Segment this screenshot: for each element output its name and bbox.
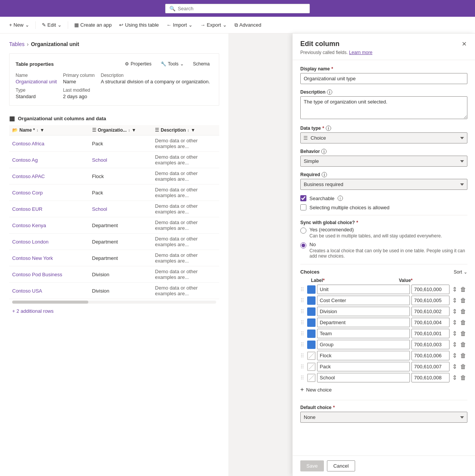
drag-handle-icon[interactable]: ⠿ <box>300 364 306 370</box>
choice-value-input[interactable] <box>411 329 449 338</box>
choice-reorder-button[interactable]: ⇕ <box>451 296 458 305</box>
new-choice-button[interactable]: + New choice <box>300 384 332 395</box>
tools-button[interactable]: 🔧 Tools ⌄ <box>158 60 187 68</box>
org-sort-icon[interactable]: ↕ <box>128 128 130 132</box>
properties-button[interactable]: ⚙ Properties <box>122 60 155 68</box>
cell-name[interactable]: Contoso Pod Business <box>9 266 89 283</box>
choice-reorder-button[interactable]: ⇕ <box>451 318 458 327</box>
choice-delete-button[interactable]: 🗑 <box>459 329 467 338</box>
choice-label-input[interactable] <box>317 351 410 360</box>
choice-value-input[interactable] <box>411 340 449 349</box>
choice-delete-button[interactable]: 🗑 <box>459 307 467 316</box>
searchable-info-icon[interactable]: i <box>338 196 343 201</box>
choice-reorder-button[interactable]: ⇕ <box>451 285 458 294</box>
choice-color-button[interactable] <box>307 285 316 294</box>
choice-color-button[interactable] <box>307 352 316 360</box>
search-box[interactable]: 🔍 <box>165 4 310 13</box>
cell-name[interactable]: Contoso Kenya <box>9 217 89 234</box>
desc-sort-icon[interactable]: ↕ <box>187 128 189 132</box>
using-table-button[interactable]: ↩ Using this table <box>116 20 162 30</box>
horizontal-scrollbar[interactable] <box>9 299 219 305</box>
col-desc-header[interactable]: ☰ Description ↕ ▼ <box>152 125 219 135</box>
new-button[interactable]: + New ⌄ <box>6 20 32 30</box>
data-type-select[interactable]: Choice <box>300 132 467 143</box>
choice-delete-button[interactable]: 🗑 <box>459 285 467 294</box>
choice-delete-button[interactable]: 🗑 <box>459 362 467 371</box>
learn-more-link[interactable]: Learn more <box>349 50 372 55</box>
choice-delete-button[interactable]: 🗑 <box>459 373 467 382</box>
choice-reorder-button[interactable]: ⇕ <box>451 351 458 360</box>
name-sort-icon[interactable]: ↕ <box>37 128 38 132</box>
choice-delete-button[interactable]: 🗑 <box>459 318 467 327</box>
required-select[interactable]: Business required <box>300 179 467 190</box>
drag-handle-icon[interactable]: ⠿ <box>300 375 306 381</box>
choice-delete-button[interactable]: 🗑 <box>459 296 467 305</box>
choice-value-input[interactable] <box>411 285 449 294</box>
yes-radio[interactable] <box>300 228 306 234</box>
searchable-checkbox[interactable] <box>300 195 306 201</box>
name-filter-icon[interactable]: ▼ <box>40 127 45 133</box>
drag-handle-icon[interactable]: ⠿ <box>300 309 306 315</box>
create-app-button[interactable]: ▦ Create an app <box>71 20 115 30</box>
edit-button[interactable]: ✎ Edit ⌄ <box>39 20 65 30</box>
choice-reorder-button[interactable]: ⇕ <box>451 373 458 382</box>
sort-button[interactable]: Sort ⌄ <box>454 269 467 275</box>
props-name-value[interactable]: Organizational unit <box>16 79 57 84</box>
cell-name[interactable]: Contoso EUR <box>9 201 89 217</box>
choice-label-input[interactable] <box>317 373 410 382</box>
choice-label-input[interactable] <box>317 340 410 349</box>
choice-color-button[interactable] <box>307 318 316 327</box>
cancel-button[interactable]: Cancel <box>327 460 355 471</box>
drag-handle-icon[interactable]: ⠿ <box>300 342 306 348</box>
drag-handle-icon[interactable]: ⠿ <box>300 298 306 304</box>
default-choice-select[interactable]: None <box>300 412 467 423</box>
drag-handle-icon[interactable]: ⠿ <box>300 287 306 293</box>
behavior-info-icon[interactable]: i <box>321 149 327 154</box>
choice-reorder-button[interactable]: ⇕ <box>451 362 458 371</box>
choice-color-button[interactable] <box>307 374 316 382</box>
org-filter-icon[interactable]: ▼ <box>132 127 136 133</box>
choice-value-input[interactable] <box>411 296 449 305</box>
schema-button[interactable]: Schema <box>190 60 213 68</box>
no-radio[interactable] <box>300 242 306 248</box>
choice-color-button[interactable] <box>307 330 316 338</box>
choice-reorder-button[interactable]: ⇕ <box>451 340 458 349</box>
cell-org-type[interactable]: School <box>89 152 152 168</box>
choice-label-input[interactable] <box>317 329 410 338</box>
description-textarea[interactable]: The type of organization unit selected. <box>300 96 467 119</box>
choice-reorder-button[interactable]: ⇕ <box>451 329 458 338</box>
cell-name[interactable]: Contoso London <box>9 234 89 250</box>
data-type-info-icon[interactable]: i <box>326 126 331 131</box>
desc-filter-icon[interactable]: ▼ <box>191 127 195 133</box>
drag-handle-icon[interactable]: ⠿ <box>300 353 306 359</box>
multiple-choices-label[interactable]: Selecting multiple choices is allowed <box>309 205 389 210</box>
choice-value-input[interactable] <box>411 307 449 316</box>
close-panel-button[interactable]: ✕ <box>461 40 467 48</box>
add-rows-link[interactable]: + 2 additional rows <box>9 305 219 317</box>
choice-color-button[interactable] <box>307 341 316 349</box>
choice-delete-button[interactable]: 🗑 <box>459 340 467 349</box>
choice-label-input[interactable] <box>317 307 410 316</box>
choice-value-input[interactable] <box>411 373 449 382</box>
cell-name[interactable]: Contoso USA <box>9 283 89 299</box>
col-name-header[interactable]: 📂 Name * ↕ ▼ <box>9 125 89 135</box>
choice-value-input[interactable] <box>411 351 449 360</box>
breadcrumb-tables-link[interactable]: Tables <box>9 41 24 47</box>
cell-org-type[interactable]: School <box>89 201 152 217</box>
required-info-icon[interactable]: i <box>322 172 327 177</box>
save-button[interactable]: Save <box>300 460 324 471</box>
choice-color-button[interactable] <box>307 296 316 305</box>
choice-value-input[interactable] <box>411 362 449 371</box>
choice-reorder-button[interactable]: ⇕ <box>451 307 458 316</box>
search-input[interactable] <box>178 6 306 11</box>
cell-name[interactable]: Contoso New York <box>9 250 89 266</box>
choice-label-input[interactable] <box>317 318 410 327</box>
cell-name[interactable]: Contoso APAC <box>9 168 89 185</box>
multiple-choices-checkbox[interactable] <box>300 204 306 210</box>
export-button[interactable]: → Export ⌄ <box>197 20 230 30</box>
choice-label-input[interactable] <box>317 285 410 294</box>
choice-color-button[interactable] <box>307 363 316 371</box>
choice-delete-button[interactable]: 🗑 <box>459 351 467 360</box>
choice-color-button[interactable] <box>307 307 316 316</box>
cell-name[interactable]: Contoso Ag <box>9 152 89 168</box>
